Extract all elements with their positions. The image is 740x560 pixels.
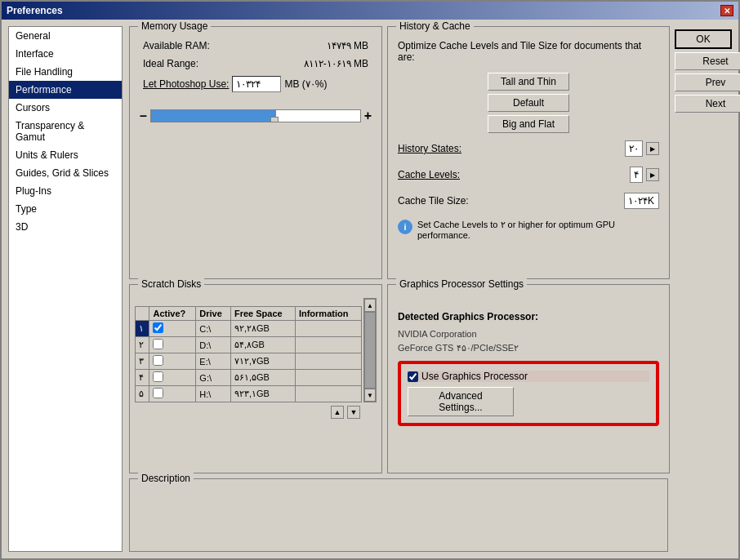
- bottom-right-spacer: [675, 284, 732, 473]
- advanced-settings-button[interactable]: Advanced Settings...: [408, 387, 514, 416]
- row-active[interactable]: [149, 386, 196, 402]
- memory-info: Available RAM: ۱۴۷۴۹ MB Ideal Range: ۸۱۱…: [135, 40, 377, 92]
- row-info: [295, 386, 361, 402]
- row-info: [295, 337, 361, 353]
- sidebar-item-general[interactable]: General: [9, 27, 122, 45]
- row-drive: D:\: [196, 337, 231, 353]
- sidebar-item-transparency[interactable]: Transparency & Gamut: [9, 117, 122, 146]
- description-panel-title: Description: [138, 473, 194, 484]
- scroll-thumb[interactable]: [364, 312, 376, 389]
- history-states-row: History States: ۲۰ ▶: [393, 138, 664, 159]
- cache-tile-row: Cache Tile Size: ۱۰۲۴K: [393, 190, 664, 211]
- let-use-input[interactable]: [232, 76, 281, 92]
- history-panel-title: History & Cache: [396, 20, 474, 32]
- scratch-panel-title: Scratch Disks: [138, 278, 204, 290]
- next-button[interactable]: Next: [675, 95, 740, 113]
- use-gpu-label: Use Graphics Processor: [421, 371, 528, 382]
- sidebar-item-units[interactable]: Units & Rulers: [9, 146, 122, 164]
- move-up-button[interactable]: ▲: [331, 406, 344, 419]
- cache-levels-dropdown[interactable]: ۴ ▶: [630, 167, 659, 183]
- history-panel: History & Cache Optimize Cache Levels an…: [387, 26, 670, 279]
- active-checkbox[interactable]: [153, 322, 163, 333]
- bottom-row: Scratch Disks Active? Drive Free Space: [129, 284, 732, 473]
- cache-tile-label: Cache Tile Size:: [398, 195, 469, 207]
- slider-plus: +: [364, 109, 372, 123]
- row-active[interactable]: [149, 370, 196, 386]
- tall-thin-button[interactable]: Tall and Thin: [488, 73, 569, 91]
- scratch-panel: Scratch Disks Active? Drive Free Space: [129, 284, 382, 473]
- active-checkbox[interactable]: [153, 371, 163, 382]
- ideal-range-row: Ideal Range: ۸۱۱۲-۱۰۶۱۹ MB: [135, 58, 377, 69]
- row-free: ۹۲۳,۱GB: [230, 386, 295, 402]
- active-checkbox[interactable]: [153, 355, 163, 366]
- row-drive: H:\: [196, 386, 231, 402]
- reset-button[interactable]: Reset: [675, 52, 740, 70]
- prev-button[interactable]: Prev: [675, 73, 740, 91]
- ideal-range-label: Ideal Range:: [143, 58, 198, 69]
- sidebar-item-file-handling[interactable]: File Handling: [9, 63, 122, 81]
- scroll-up-arrow[interactable]: ▲: [364, 299, 376, 312]
- history-states-dropdown[interactable]: ۲۰ ▶: [625, 140, 659, 157]
- row-num: ۲: [136, 337, 149, 353]
- available-ram-row: Available RAM: ۱۴۷۴۹ MB: [135, 40, 377, 51]
- available-ram-label: Available RAM:: [143, 40, 210, 51]
- history-states-value: ۲۰: [625, 140, 643, 157]
- row-active[interactable]: [149, 353, 196, 370]
- default-button[interactable]: Default: [488, 94, 569, 112]
- table-scrollbar[interactable]: ▲ ▼: [363, 298, 377, 402]
- sidebar-item-interface[interactable]: Interface: [9, 45, 122, 63]
- preferences-window: Preferences ✕ General Interface File Han…: [0, 0, 740, 560]
- slider-minus: –: [140, 109, 147, 123]
- close-button[interactable]: ✕: [720, 5, 733, 16]
- row-info: [295, 370, 361, 386]
- let-use-row: Let Photoshop Use: MB (۷۰%): [135, 76, 377, 92]
- row-free: ۷۱۲,۷GB: [230, 353, 295, 370]
- ok-button[interactable]: OK: [675, 29, 732, 49]
- move-down-button[interactable]: ▼: [347, 406, 360, 419]
- sidebar-item-cursors[interactable]: Cursors: [9, 99, 122, 117]
- gpu-info: NVIDIA Corporation GeForce GTS ۴۵۰/PCIe/…: [398, 327, 659, 354]
- content-area: General Interface File Handling Performa…: [2, 20, 738, 558]
- let-use-unit: MB (۷۰%): [284, 78, 327, 90]
- sidebar-item-3d[interactable]: 3D: [9, 218, 122, 236]
- table-row: ۴ G:\ ۵۶۱,۵GB: [136, 370, 362, 386]
- sidebar-item-performance[interactable]: Performance: [9, 81, 122, 99]
- scroll-down-arrow[interactable]: ▼: [364, 389, 376, 402]
- right-buttons: OK Reset Prev Next: [675, 26, 732, 279]
- active-checkbox[interactable]: [153, 339, 163, 349]
- row-active[interactable]: [149, 321, 196, 337]
- slider-container: – +: [135, 109, 377, 123]
- sidebar-item-guides[interactable]: Guides, Grid & Slices: [9, 164, 122, 182]
- scratch-table: Active? Drive Free Space Information ۱: [135, 306, 362, 402]
- top-row: Memory Usage Available RAM: ۱۴۷۴۹ MB Ide…: [129, 26, 732, 279]
- cache-tile-dropdown[interactable]: ۱۰۲۴K: [624, 193, 659, 209]
- info-icon: i: [398, 220, 412, 234]
- history-states-arrow[interactable]: ▶: [646, 142, 659, 155]
- active-checkbox[interactable]: [153, 388, 163, 398]
- col-num: [136, 307, 149, 321]
- row-active[interactable]: [149, 337, 196, 353]
- memory-slider[interactable]: [150, 109, 361, 122]
- let-use-label: Let Photoshop Use:: [143, 78, 229, 90]
- row-num: ۴: [136, 370, 149, 386]
- gpu-content: Detected Graphics Processor: NVIDIA Corp…: [393, 298, 664, 429]
- row-free: ۹۲,۲۸GB: [230, 321, 295, 337]
- table-wrapper: Active? Drive Free Space Information ۱: [135, 298, 362, 402]
- info-row: i Set Cache Levels to ۲ or higher for op…: [393, 215, 664, 245]
- sidebar-item-plugins[interactable]: Plug-Ins: [9, 182, 122, 200]
- sidebar-item-type[interactable]: Type: [9, 200, 122, 218]
- slider-fill: [151, 110, 276, 122]
- use-gpu-row: Use Graphics Processor: [408, 371, 649, 382]
- big-flat-button[interactable]: Big and Flat: [488, 115, 569, 133]
- gpu-model: GeForce GTS ۴۵۰/PCIe/SSE۲: [398, 341, 659, 355]
- col-info: Information: [295, 307, 361, 321]
- cache-tile-select[interactable]: ۱۰۲۴K: [624, 193, 659, 209]
- row-drive: E:\: [196, 353, 231, 370]
- title-bar-controls: ✕: [720, 5, 733, 16]
- row-num: ۱: [136, 321, 149, 337]
- use-gpu-checkbox[interactable]: [408, 371, 418, 382]
- row-drive: C:\: [196, 321, 231, 337]
- row-num: ۳: [136, 353, 149, 370]
- row-info: [295, 321, 361, 337]
- cache-levels-arrow[interactable]: ▶: [646, 168, 659, 181]
